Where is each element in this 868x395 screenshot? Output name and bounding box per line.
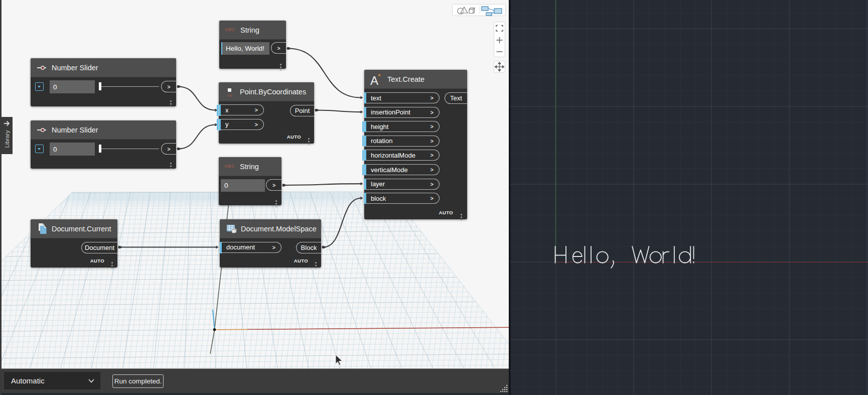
svg-text:A: A [370,74,378,87]
svg-text:XY: XY [227,93,232,98]
svg-text:*: * [378,72,381,80]
